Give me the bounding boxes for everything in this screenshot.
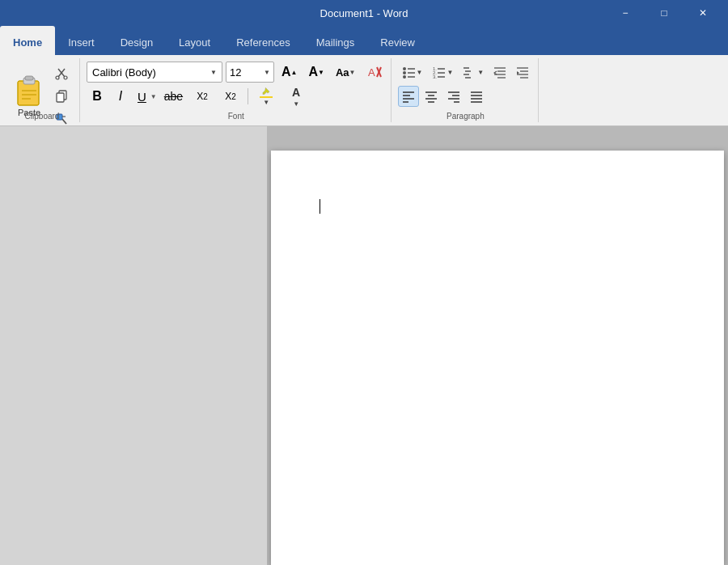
increase-indent-button[interactable] bbox=[512, 62, 533, 83]
multilevel-list-arrow: ▼ bbox=[477, 69, 484, 76]
close-button[interactable]: ✕ bbox=[684, 0, 722, 26]
bullet-list-arrow: ▼ bbox=[417, 69, 423, 76]
tab-mailings[interactable]: Mailings bbox=[303, 26, 368, 55]
para-row2 bbox=[398, 86, 534, 107]
font-color-label: A bbox=[292, 86, 300, 99]
align-left-icon bbox=[402, 90, 415, 103]
para-row1: ▼ 1. 2. 3. ▼ bbox=[398, 62, 534, 83]
align-right-icon bbox=[447, 90, 460, 103]
svg-text:3.: 3. bbox=[433, 74, 437, 79]
copy-button[interactable] bbox=[50, 86, 73, 107]
font-size-selector[interactable]: 12 ▼ bbox=[226, 62, 274, 83]
strikethrough-button[interactable]: abe bbox=[160, 86, 187, 107]
align-left-button[interactable] bbox=[398, 86, 419, 107]
align-center-button[interactable] bbox=[421, 86, 442, 107]
tab-design[interactable]: Design bbox=[108, 26, 166, 55]
bullet-list-button[interactable]: ▼ bbox=[398, 62, 427, 83]
strikethrough-label: abe bbox=[164, 90, 183, 103]
multilevel-list-button[interactable]: ▼ bbox=[459, 62, 488, 83]
title-bar-title: Document1 - Word bbox=[320, 7, 408, 19]
italic-button[interactable]: I bbox=[110, 86, 131, 107]
paragraph-label: Paragraph bbox=[393, 112, 539, 121]
minimize-button[interactable]: − bbox=[607, 0, 644, 26]
font-family-selector[interactable]: Calibri (Body) ▼ bbox=[87, 62, 222, 83]
text-cursor bbox=[320, 199, 320, 214]
font-family-chevron: ▼ bbox=[210, 69, 217, 76]
highlight-color-swatch bbox=[260, 96, 273, 98]
clear-formatting-button[interactable]: A bbox=[363, 62, 386, 83]
numbered-list-icon: 1. 2. 3. bbox=[432, 65, 447, 79]
svg-rect-3 bbox=[25, 76, 33, 80]
cut-icon bbox=[55, 67, 68, 80]
font-family-value: Calibri (Body) bbox=[92, 66, 156, 79]
underline-button[interactable]: U ▼ bbox=[133, 86, 158, 107]
superscript-button[interactable]: X2 bbox=[218, 86, 243, 107]
title-bar-controls: − □ ✕ bbox=[607, 0, 722, 26]
paste-icon bbox=[15, 74, 44, 107]
justify-icon bbox=[470, 90, 483, 103]
align-center-icon bbox=[425, 90, 438, 103]
left-panel bbox=[0, 126, 267, 565]
tab-home[interactable]: Home bbox=[0, 26, 55, 55]
multilevel-list-icon bbox=[463, 65, 477, 79]
highlight-color-button[interactable]: ▼ bbox=[252, 86, 280, 107]
svg-point-9 bbox=[56, 76, 59, 79]
clipboard-area: Paste bbox=[11, 58, 73, 144]
font-size-increase-button[interactable]: A▲ bbox=[277, 62, 301, 83]
document-page[interactable] bbox=[271, 151, 724, 565]
font-size-decrease-button[interactable]: A▼ bbox=[304, 62, 328, 83]
bold-button[interactable]: B bbox=[87, 86, 108, 107]
cut-button[interactable] bbox=[50, 63, 73, 84]
highlight-dropdown-arrow: ▼ bbox=[263, 99, 269, 106]
font-size-value: 12 bbox=[230, 66, 241, 79]
font-separator bbox=[248, 88, 248, 104]
decrease-indent-button[interactable] bbox=[489, 62, 510, 83]
font-section: Calibri (Body) ▼ 12 ▼ A▲ A▼ Aa ▼ A bbox=[82, 58, 392, 122]
tab-review[interactable]: Review bbox=[367, 26, 428, 55]
numbered-list-arrow: ▼ bbox=[447, 69, 453, 76]
increase-indent-icon bbox=[516, 66, 529, 79]
align-right-button[interactable] bbox=[443, 86, 464, 107]
maximize-button[interactable]: □ bbox=[645, 0, 683, 26]
copy-icon bbox=[55, 90, 68, 103]
svg-point-23 bbox=[403, 75, 406, 79]
tab-insert[interactable]: Insert bbox=[55, 26, 108, 55]
paragraph-section: ▼ 1. 2. 3. ▼ bbox=[393, 58, 540, 122]
svg-point-21 bbox=[403, 71, 406, 74]
clear-formatting-icon: A bbox=[367, 65, 382, 79]
subscript-button[interactable]: X2 bbox=[189, 86, 215, 107]
font-row2: B I U ▼ abe X2 X2 bbox=[87, 86, 386, 107]
ribbon-tabs: Home Insert Design Layout References Mai… bbox=[0, 26, 728, 55]
bullet-list-icon bbox=[402, 65, 417, 79]
justify-button[interactable] bbox=[466, 86, 487, 107]
numbered-list-button[interactable]: 1. 2. 3. ▼ bbox=[428, 62, 457, 83]
font-color-dropdown-arrow: ▼ bbox=[293, 100, 299, 108]
font-size-chevron: ▼ bbox=[264, 69, 270, 76]
font-color-button[interactable]: A ▼ bbox=[282, 86, 310, 107]
ribbon-toolbar: Paste bbox=[0, 55, 728, 126]
change-case-button[interactable]: Aa ▼ bbox=[332, 62, 360, 83]
document-area bbox=[267, 126, 728, 565]
tab-layout[interactable]: Layout bbox=[166, 26, 223, 55]
main-area bbox=[0, 126, 728, 565]
title-bar: Document1 - Word − □ ✕ bbox=[0, 0, 728, 26]
svg-point-10 bbox=[64, 76, 67, 79]
svg-text:A: A bbox=[368, 66, 375, 79]
underline-label: U bbox=[134, 90, 150, 104]
underline-dropdown-arrow: ▼ bbox=[150, 93, 157, 100]
font-label: Font bbox=[82, 112, 391, 121]
clipboard-section: Paste bbox=[5, 58, 80, 122]
font-row1: Calibri (Body) ▼ 12 ▼ A▲ A▼ Aa ▼ A bbox=[87, 62, 386, 83]
svg-rect-12 bbox=[57, 93, 64, 102]
decrease-indent-icon bbox=[493, 66, 506, 79]
highlight-icon bbox=[260, 87, 273, 96]
tab-references[interactable]: References bbox=[223, 26, 303, 55]
clipboard-label: Clipboard bbox=[5, 112, 79, 121]
svg-point-19 bbox=[403, 67, 406, 70]
